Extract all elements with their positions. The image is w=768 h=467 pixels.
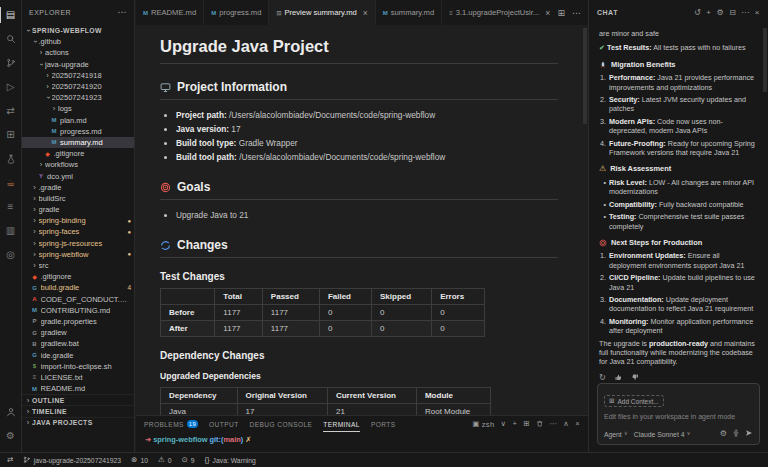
feedback-helpful[interactable] xyxy=(614,373,623,380)
tab-summary.md[interactable]: Msummary.md xyxy=(376,0,442,25)
folder-buildsrc[interactable]: ›buildSrc xyxy=(22,193,134,204)
close-icon[interactable]: × xyxy=(545,8,550,18)
folder-202507241923[interactable]: ›202507241923 xyxy=(22,92,134,103)
chat-action-chat-history[interactable]: ↺ xyxy=(694,8,701,17)
panel-action-new-terminal[interactable]: + xyxy=(512,420,517,428)
activitybar-source-control[interactable] xyxy=(0,51,22,75)
section-outline[interactable]: ›OUTLINE xyxy=(22,394,134,405)
file-gradlew.bat[interactable]: Bgradlew.bat xyxy=(22,338,134,349)
section-java-projects[interactable]: ›JAVA PROJECTS xyxy=(22,417,134,428)
panel-tab-problems[interactable]: PROBLEMS19 xyxy=(144,416,198,432)
file-gradlew[interactable]: Ggradlew xyxy=(22,327,134,338)
section-timeline[interactable]: ›TIMELINE xyxy=(22,405,134,416)
panel-tab-debug-console[interactable]: DEBUG CONSOLE xyxy=(250,416,313,432)
folder-.gradle[interactable]: ›.gradle xyxy=(22,182,134,193)
file-gradle.properties[interactable]: Pgradle.properties xyxy=(22,316,134,327)
folder-spring-webflow[interactable]: ›SPRING-WEBFLOW xyxy=(22,25,134,36)
file-readme.md[interactable]: MREADME.md xyxy=(22,383,134,394)
chat-scrollbar[interactable] xyxy=(763,28,767,92)
mode-selector[interactable]: Agent ∨ xyxy=(604,431,628,438)
file-import-into-eclipse.sh[interactable]: $import-into-eclipse.sh xyxy=(22,361,134,372)
activitybar-java[interactable]: ☕ xyxy=(0,171,22,195)
statusbar-java-status[interactable]: {}Java: Warning xyxy=(205,456,256,464)
activitybar-extensions[interactable]: ⊞ xyxy=(0,123,22,147)
file-progress.md[interactable]: Mprogress.md xyxy=(22,126,134,137)
panel-action-kill-terminal[interactable] xyxy=(536,420,544,428)
folder-202507241918[interactable]: ›202507241918 xyxy=(22,70,134,81)
panel-action-more-actions[interactable]: ⋯ xyxy=(549,420,557,428)
folder-spring-js-resources[interactable]: ›spring-js-resources xyxy=(22,238,134,249)
file-code-of-conduct.adoc[interactable]: ACODE_OF_CONDUCT.adoc xyxy=(22,294,134,305)
tab-progress.md[interactable]: Mprogress.md xyxy=(204,0,269,25)
statusbar-pending-changes[interactable]: ⊙9 xyxy=(181,456,194,464)
chat-action-close-chat[interactable]: × xyxy=(755,8,760,17)
sidebar-more-icon[interactable]: ⋯ xyxy=(118,8,128,17)
statusbar-git-branch[interactable]: java-upgrade-202507241923 xyxy=(23,456,121,464)
folder-workflows[interactable]: ›workflows xyxy=(22,159,134,170)
activitybar-logs[interactable]: ≡ xyxy=(0,195,22,219)
panel-tab-terminal[interactable]: TERMINAL xyxy=(323,416,360,432)
activitybar-run-debug[interactable]: ▷ xyxy=(0,75,22,99)
file-license.txt[interactable]: ≡LICENSE.txt xyxy=(22,372,134,383)
activitybar-remote[interactable]: ⇄ xyxy=(0,99,22,123)
folder-java-upgrade[interactable]: ›java-upgrade xyxy=(22,59,134,70)
chat-send-message[interactable] xyxy=(745,429,753,439)
folder-202507241920[interactable]: ›202507241920 xyxy=(22,81,134,92)
activitybar-copilot[interactable]: ◎ xyxy=(0,243,22,267)
editor-action-split-editor[interactable]: ⊞ xyxy=(557,8,565,18)
editor-action-more-actions[interactable]: ⋯ xyxy=(572,8,581,18)
panel-tab-output[interactable]: OUTPUT xyxy=(209,416,239,432)
panel-action-close-panel[interactable]: × xyxy=(575,420,580,428)
terminal-output[interactable]: ➜ spring-webflow git:(main) ✗ xyxy=(136,432,588,452)
tree-item-label: gradle.properties xyxy=(41,317,132,326)
chat-action-new-chat[interactable]: + xyxy=(706,8,711,17)
panel-action-shell-picker[interactable]: ▣zsh xyxy=(472,420,494,429)
statusbar-problems-errors[interactable]: ⊗10 xyxy=(131,456,148,464)
activitybar-settings[interactable]: ⚙ xyxy=(0,424,22,448)
file-.gitignore[interactable]: ◆.gitignore xyxy=(22,148,134,159)
chat-action-configure-chat[interactable]: ⚙ xyxy=(716,8,724,17)
feedback-retry-response[interactable]: ↻ xyxy=(599,373,606,380)
folder-spring-webflow[interactable]: ›spring-webflow● xyxy=(22,249,134,260)
file-dco.yml[interactable]: Ydco.yml xyxy=(22,170,134,181)
close-icon[interactable]: × xyxy=(363,8,368,18)
tab-preview-summary.md[interactable]: ⊡Preview summary.md× xyxy=(269,0,375,25)
chat-action-more-actions[interactable]: ⋯ xyxy=(741,8,750,17)
activitybar-database[interactable]: ▥ xyxy=(0,219,22,243)
panel-action-launch-profile[interactable]: ∨ xyxy=(501,420,507,428)
activitybar-search[interactable] xyxy=(0,27,22,51)
chat-input-placeholder[interactable]: Edit files in your workspace in agent mo… xyxy=(604,413,753,420)
tree-item-label: SPRING-WEBFLOW xyxy=(32,27,131,34)
activitybar-testing[interactable] xyxy=(0,147,22,171)
model-selector[interactable]: Claude Sonnet 4 ∨ xyxy=(634,431,691,438)
file-build.gradle[interactable]: Gbuild.gradle4 xyxy=(22,282,134,293)
file-summary.md[interactable]: Msummary.md xyxy=(22,137,134,148)
folder-spring-faces[interactable]: ›spring-faces● xyxy=(22,226,134,237)
panel-action-split-terminal[interactable]: ⊞ xyxy=(523,420,530,428)
folder-actions[interactable]: ›actions xyxy=(22,47,134,58)
tab-readme.md[interactable]: MREADME.md xyxy=(136,0,204,25)
folder-.github[interactable]: ›.github xyxy=(22,36,134,47)
file-.gitignore[interactable]: ◆.gitignore xyxy=(22,271,134,282)
activitybar-explorer[interactable]: ▤ xyxy=(0,3,22,27)
file-ide.gradle[interactable]: Gide.gradle xyxy=(22,349,134,360)
chat-voice-input[interactable] xyxy=(732,429,740,439)
tab-3.1.upgradeprojectusir...[interactable]: ≡3.1.upgradeProjectUsir...× xyxy=(442,0,558,25)
panel-action-maximize-panel[interactable]: ∧ xyxy=(563,420,569,428)
folder-gradle[interactable]: ›gradle xyxy=(22,204,134,215)
folder-src[interactable]: ›src xyxy=(22,260,134,271)
chat-configure-tools[interactable]: ⚙ xyxy=(720,429,727,439)
panel-tab-ports[interactable]: PORTS xyxy=(371,416,396,432)
folder-logs[interactable]: ›logs xyxy=(22,103,134,114)
chat-action-open-chat-editor[interactable]: ⊟ xyxy=(729,8,736,17)
folder-spring-binding[interactable]: ›spring-binding● xyxy=(22,215,134,226)
editor-scrollbar[interactable] xyxy=(583,28,587,124)
chat-input-box[interactable]: ⊞ Add Context... Edit files in your work… xyxy=(597,383,760,445)
file-plan.md[interactable]: Mplan.md xyxy=(22,115,134,126)
activitybar-account[interactable] xyxy=(0,400,22,424)
feedback-unhelpful[interactable] xyxy=(631,373,640,380)
statusbar-remote[interactable]: ⇄ xyxy=(7,456,13,464)
statusbar-problems-warnings[interactable]: ⚠0 xyxy=(158,456,172,464)
add-context-button[interactable]: ⊞ Add Context... xyxy=(604,395,664,407)
file-contributing.md[interactable]: MCONTRIBUTING.md xyxy=(22,305,134,316)
